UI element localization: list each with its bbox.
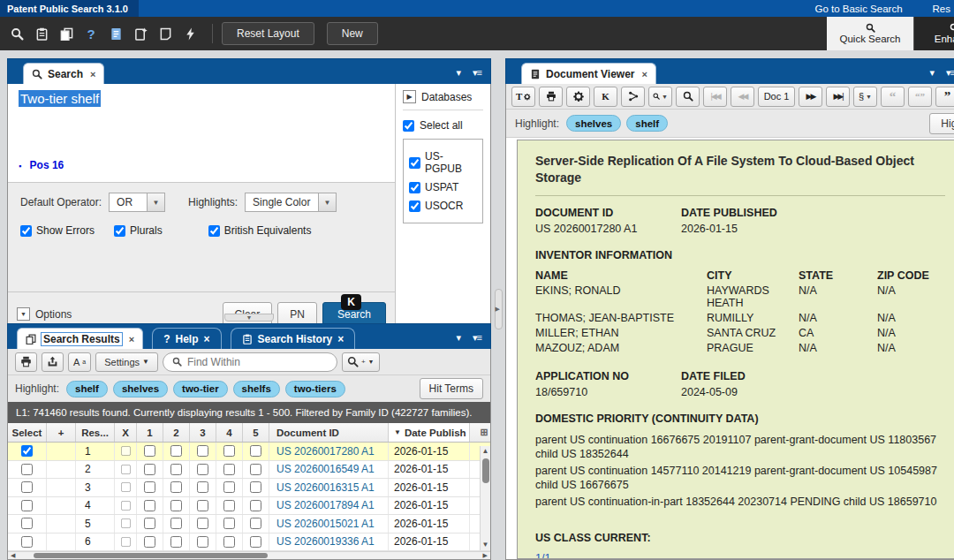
note-icon[interactable]	[154, 22, 177, 45]
highlight-chip[interactable]: shelf	[66, 381, 108, 397]
chevron-down-icon[interactable]: ▾	[457, 67, 461, 79]
copy-icon[interactable]	[55, 22, 78, 45]
row-tag-checkbox[interactable]	[250, 481, 261, 493]
row-x-checkbox[interactable]	[120, 482, 130, 492]
next-doc-button[interactable]: ▶▶	[799, 87, 822, 107]
scrollbar-thumb[interactable]	[34, 553, 268, 558]
row-select-checkbox[interactable]	[21, 445, 33, 457]
text-settings-button[interactable]: T	[511, 87, 535, 107]
chevron-down-icon[interactable]: ▼	[148, 193, 165, 212]
horizontal-scrollbar[interactable]: ◀ ▶	[8, 551, 490, 559]
tab-search[interactable]: Search ×	[23, 63, 104, 84]
document-id-link[interactable]: US 20260016549 A1	[276, 463, 375, 475]
prev-doc-button[interactable]: ◀◀	[731, 87, 754, 107]
select-all-checkbox[interactable]: Select all	[403, 119, 483, 132]
close-icon[interactable]: ×	[129, 334, 134, 344]
new-document-icon[interactable]	[129, 22, 152, 45]
us-pgpub-checkbox[interactable]: US-PGPUB	[409, 150, 477, 175]
column-header-select[interactable]: Select	[8, 423, 47, 442]
column-header-1[interactable]: 1	[137, 423, 163, 442]
tab-help[interactable]: ? Help ×	[152, 328, 221, 349]
row-select-checkbox[interactable]	[21, 464, 33, 475]
row-tag-checkbox[interactable]	[223, 536, 235, 548]
document-id-link[interactable]: US 20260016315 A1	[276, 481, 375, 494]
pos-indicator[interactable]: ▪ Pos 16	[8, 151, 395, 182]
column-header-3[interactable]: 3	[190, 423, 216, 442]
usocr-checkbox[interactable]: USOCR	[409, 200, 477, 212]
row-tag-checkbox[interactable]	[170, 500, 182, 511]
search-query-input[interactable]: Two-tier shelf	[8, 84, 395, 151]
row-tag-checkbox[interactable]	[197, 500, 208, 511]
tab-search-history[interactable]: Search History ×	[231, 328, 356, 349]
row-tag-checkbox[interactable]	[170, 464, 182, 475]
row-tag-checkbox[interactable]	[144, 445, 155, 457]
find-within-search[interactable]	[163, 352, 337, 372]
quote-close-button[interactable]: ”	[935, 87, 954, 107]
document-id-link[interactable]: US 20260017894 A1	[276, 499, 375, 511]
print-button[interactable]	[15, 352, 37, 372]
lightning-icon[interactable]	[178, 22, 201, 45]
row-x-checkbox[interactable]	[120, 501, 130, 511]
row-x-checkbox[interactable]	[120, 446, 130, 456]
table-row[interactable]: 6 US 20260019336 A1 2026-01-15	[8, 534, 490, 551]
search-icon[interactable]	[5, 22, 28, 45]
close-icon[interactable]: ×	[641, 69, 647, 79]
document-id-link[interactable]: US 20260015021 A1	[276, 518, 375, 530]
row-x-checkbox[interactable]	[120, 518, 130, 528]
go-to-basic-search-link[interactable]: Go to Basic Search	[814, 4, 902, 14]
settings-dropdown[interactable]: Settings ▼	[95, 352, 158, 372]
row-tag-checkbox[interactable]	[223, 481, 235, 493]
first-doc-button[interactable]: |◀◀	[703, 87, 727, 107]
column-header-result[interactable]: Res...	[76, 423, 115, 442]
uspat-checkbox[interactable]: USPAT	[409, 181, 477, 193]
new-button[interactable]: New	[327, 22, 378, 45]
help-icon[interactable]: ?	[80, 22, 102, 45]
column-header-4[interactable]: 4	[216, 423, 243, 442]
chevron-down-icon[interactable]: ▾	[930, 67, 935, 79]
column-header-date-publish[interactable]: ▼ Date Publish	[389, 423, 470, 442]
row-x-checkbox[interactable]	[120, 537, 130, 547]
row-tag-checkbox[interactable]	[170, 518, 182, 529]
british-equivalents-checkbox[interactable]: British Equivalents	[208, 224, 312, 237]
add-column-icon[interactable]: ⊞	[478, 423, 490, 442]
row-tag-checkbox[interactable]	[223, 500, 235, 511]
table-row[interactable]: 4 US 20260017894 A1 2026-01-15	[8, 497, 490, 515]
clipboard-icon[interactable]	[30, 22, 53, 45]
hit-terms-button[interactable]: Hit Terms	[420, 378, 483, 399]
row-tag-checkbox[interactable]	[223, 445, 235, 457]
row-tag-checkbox[interactable]	[197, 464, 208, 475]
scroll-right-icon[interactable]: ▶	[481, 552, 490, 559]
show-errors-checkbox[interactable]: Show Errors	[20, 224, 95, 237]
quote-open-button[interactable]: “	[881, 87, 905, 107]
scrollbar-thumb[interactable]	[482, 458, 489, 483]
row-tag-checkbox[interactable]	[144, 536, 155, 548]
document-icon[interactable]	[104, 22, 127, 45]
highlight-chip[interactable]: two-tier	[173, 381, 228, 397]
resources-link[interactable]: Res	[933, 4, 950, 14]
table-row[interactable]: 2 US 20260016549 A1 2026-01-15	[8, 461, 490, 479]
us-class-link[interactable]: 1/1	[535, 552, 550, 559]
table-row[interactable]: 1 US 20260017280 A1 2026-01-15	[8, 443, 490, 460]
enhanced-search-button[interactable]: Enhance	[913, 17, 954, 50]
row-tag-checkbox[interactable]	[144, 481, 155, 493]
default-operator-select[interactable]: OR ▼	[109, 193, 165, 212]
row-tag-checkbox[interactable]	[144, 464, 155, 475]
row-tag-checkbox[interactable]	[144, 500, 155, 511]
quick-search-button[interactable]: Quick Search	[827, 17, 913, 50]
print-button[interactable]	[539, 87, 563, 107]
plurals-checkbox[interactable]: Plurals	[114, 224, 163, 237]
vertical-scrollbar[interactable]: ▲ ▼	[480, 446, 490, 550]
databases-header[interactable]: ▶ Databases	[403, 90, 483, 110]
column-header-x[interactable]: X	[115, 423, 137, 442]
share-button[interactable]	[621, 87, 645, 107]
row-select-checkbox[interactable]	[21, 500, 33, 511]
document-id-link[interactable]: US 20260017280 A1	[276, 445, 375, 458]
row-tag-checkbox[interactable]	[197, 518, 208, 529]
last-doc-button[interactable]: ▶▶|	[826, 87, 850, 107]
chevron-down-icon[interactable]: ▼	[319, 193, 337, 212]
quote-pair-button[interactable]: “”	[908, 87, 932, 107]
tab-document-viewer[interactable]: Document Viewer ×	[521, 63, 656, 84]
row-tag-checkbox[interactable]	[197, 536, 208, 548]
highlights-select[interactable]: Single Color ▼	[245, 193, 337, 212]
panel-menu-icon[interactable]: ▾≡	[473, 332, 481, 344]
